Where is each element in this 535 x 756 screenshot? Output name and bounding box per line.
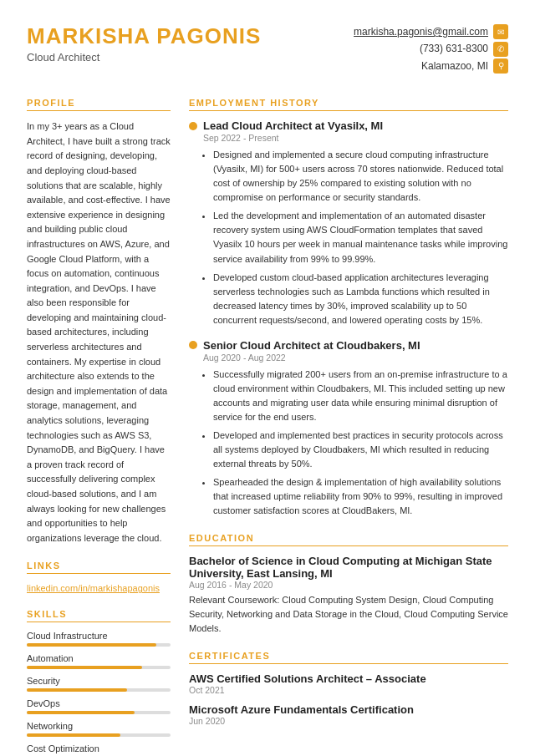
edu-title: Bachelor of Science in Cloud Computing a… [189,555,508,580]
skill-bar-fill [27,711,135,714]
job-dates: Aug 2020 - Aug 2022 [203,353,508,363]
skill-item: DevOps [27,698,171,714]
skill-bar-bg [27,643,171,647]
skill-bar-bg [27,688,171,692]
job-entry: Lead Cloud Architect at Vyasilx, MI Sep … [189,119,508,327]
jobs-list: Lead Cloud Architect at Vyasilx, MI Sep … [189,119,508,518]
job-bullets: Designed and implemented a secure cloud … [203,148,508,327]
header-left: MARKISHA PAGONIS Cloud Architect [27,23,261,63]
resume-container: MARKISHA PAGONIS Cloud Architect markish… [0,0,535,756]
skill-bar-fill [27,688,127,692]
cert-entry: AWS Certified Solutions Architect – Asso… [189,672,508,695]
cert-date: Jun 2020 [189,716,508,726]
skill-label: Networking [27,721,171,731]
edu-dates: Aug 2016 - May 2020 [189,580,508,590]
cert-title: Microsoft Azure Fundamentals Certificati… [189,703,508,716]
job-title: Lead Cloud Architect at Vyasilx, MI [203,119,383,132]
skills-list: Cloud Infrastructure Automation Security… [27,631,171,756]
employment-heading: EMPLOYMENT HISTORY [189,98,508,111]
left-column: PROFILE In my 3+ years as a Cloud Archit… [27,98,171,756]
cert-entry: Microsoft Azure Fundamentals Certificati… [189,703,508,726]
job-title-row: Senior Cloud Architect at Cloudbakers, M… [189,339,508,352]
job-bullet: Developed and implemented best practices… [213,429,508,471]
job-dot [189,122,197,130]
certificates-section: CERTIFICATES AWS Certified Solutions Arc… [189,651,508,726]
skill-bar-bg [27,733,171,737]
candidate-title: Cloud Architect [27,51,261,63]
job-bullet: Spearheaded the design & implementation … [213,475,508,518]
job-bullet: Successfully migrated 200+ users from an… [213,368,508,424]
job-bullets: Successfully migrated 200+ users from an… [203,368,508,518]
profile-text: In my 3+ years as a Cloud Architect, I h… [27,119,171,545]
email-icon: ✉ [493,24,508,39]
edu-desc: Relevant Coursework: Cloud Computing Sys… [189,593,508,636]
job-dates: Sep 2022 - Present [203,133,508,143]
linkedin-link[interactable]: linkedin.com/in/markishapagonis [27,583,160,593]
skill-item: Cost Optimization [27,743,171,756]
skill-item: Networking [27,721,171,737]
skill-label: Security [27,676,171,686]
header: MARKISHA PAGONIS Cloud Architect markish… [27,23,508,83]
profile-section: PROFILE In my 3+ years as a Cloud Archit… [27,98,171,545]
job-bullet: Led the development and implementation o… [213,209,508,266]
edu-list: Bachelor of Science in Cloud Computing a… [189,555,508,636]
job-title-row: Lead Cloud Architect at Vyasilx, MI [189,119,508,132]
edu-entry: Bachelor of Science in Cloud Computing a… [189,555,508,636]
links-section: LINKS linkedin.com/in/markishapagonis [27,561,171,594]
body: PROFILE In my 3+ years as a Cloud Archit… [27,98,508,756]
skill-label: Cloud Infrastructure [27,631,171,641]
cert-title: AWS Certified Solutions Architect – Asso… [189,672,508,685]
skill-bar-bg [27,666,171,669]
skill-label: Cost Optimization [27,743,171,753]
skill-bar-fill [27,643,156,647]
phone-row: (733) 631-8300 ✆ [354,40,508,57]
skill-label: Automation [27,653,171,663]
email-link[interactable]: markisha.pagonis@gmail.com [354,23,488,40]
candidate-name: MARKISHA PAGONIS [27,23,261,49]
phone-icon: ✆ [493,42,508,57]
education-heading: EDUCATION [189,533,508,546]
profile-heading: PROFILE [27,98,171,111]
links-heading: LINKS [27,561,171,574]
job-title: Senior Cloud Architect at Cloudbakers, M… [203,339,420,352]
skills-heading: SKILLS [27,609,171,622]
job-bullet: Designed and implemented a secure cloud … [213,148,508,205]
skill-label: DevOps [27,698,171,708]
cert-date: Oct 2021 [189,685,508,695]
location-text: Kalamazoo, MI [421,58,488,74]
location-icon: ⚲ [493,58,508,74]
email-row: markisha.pagonis@gmail.com ✉ [354,23,508,40]
skill-bar-fill [27,666,142,669]
header-right: markisha.pagonis@gmail.com ✉ (733) 631-8… [354,23,508,74]
job-dot [189,341,197,349]
skill-item: Automation [27,653,171,669]
skill-bar-bg [27,711,171,714]
certs-list: AWS Certified Solutions Architect – Asso… [189,672,508,726]
right-column: EMPLOYMENT HISTORY Lead Cloud Architect … [189,98,508,756]
skill-item: Security [27,676,171,692]
phone-text: (733) 631-8300 [420,40,488,57]
skill-item: Cloud Infrastructure [27,631,171,647]
location-row: Kalamazoo, MI ⚲ [354,58,508,74]
job-bullet: Developed custom cloud-based application… [213,271,508,327]
job-entry: Senior Cloud Architect at Cloudbakers, M… [189,339,508,518]
skills-section: SKILLS Cloud Infrastructure Automation S… [27,609,171,756]
employment-section: EMPLOYMENT HISTORY Lead Cloud Architect … [189,98,508,518]
certs-heading: CERTIFICATES [189,651,508,664]
skill-bar-fill [27,733,120,737]
education-section: EDUCATION Bachelor of Science in Cloud C… [189,533,508,636]
